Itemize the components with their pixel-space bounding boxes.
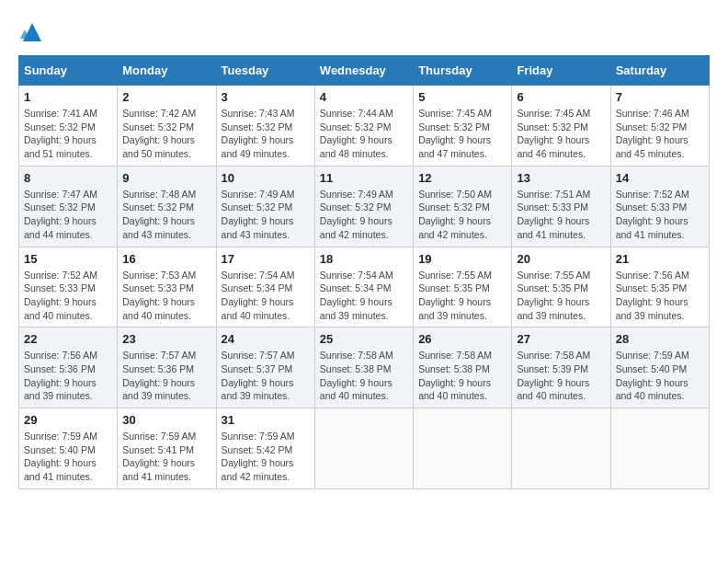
- calendar-cell: 1 Sunrise: 7:41 AM Sunset: 5:32 PM Dayli…: [19, 86, 118, 167]
- day-number: 7: [616, 90, 704, 104]
- day-number: 21: [616, 252, 704, 266]
- calendar-cell: 20 Sunrise: 7:55 AM Sunset: 5:35 PM Dayl…: [512, 247, 610, 327]
- day-number: 22: [24, 332, 112, 346]
- calendar-cell: 16 Sunrise: 7:53 AM Sunset: 5:33 PM Dayl…: [118, 247, 216, 327]
- day-info: Sunrise: 7:55 AM Sunset: 5:35 PM Dayligh…: [418, 269, 506, 323]
- day-info: Sunrise: 7:52 AM Sunset: 5:33 PM Dayligh…: [24, 269, 112, 323]
- day-number: 17: [222, 252, 310, 266]
- day-number: 10: [222, 171, 310, 185]
- day-number: 29: [24, 413, 112, 427]
- day-info: Sunrise: 7:58 AM Sunset: 5:38 PM Dayligh…: [418, 349, 506, 403]
- week-row-1: 1 Sunrise: 7:41 AM Sunset: 5:32 PM Dayli…: [19, 86, 710, 167]
- week-row-3: 15 Sunrise: 7:52 AM Sunset: 5:33 PM Dayl…: [19, 247, 710, 327]
- week-row-5: 29 Sunrise: 7:59 AM Sunset: 5:40 PM Dayl…: [19, 408, 710, 489]
- day-number: 27: [517, 332, 605, 346]
- weekday-saturday: Saturday: [610, 56, 709, 86]
- calendar-cell: [414, 408, 512, 489]
- day-info: Sunrise: 7:54 AM Sunset: 5:34 PM Dayligh…: [320, 269, 408, 323]
- day-number: 20: [517, 252, 605, 266]
- day-number: 4: [320, 90, 408, 104]
- day-info: Sunrise: 7:59 AM Sunset: 5:42 PM Dayligh…: [222, 430, 310, 484]
- day-info: Sunrise: 7:45 AM Sunset: 5:32 PM Dayligh…: [418, 107, 506, 161]
- day-number: 28: [616, 332, 704, 346]
- calendar-cell: 4 Sunrise: 7:44 AM Sunset: 5:32 PM Dayli…: [314, 86, 413, 167]
- calendar-cell: 9 Sunrise: 7:48 AM Sunset: 5:32 PM Dayli…: [118, 166, 216, 247]
- day-number: 8: [24, 171, 112, 185]
- calendar-cell: 11 Sunrise: 7:49 AM Sunset: 5:32 PM Dayl…: [314, 166, 413, 247]
- logo: [18, 18, 50, 46]
- calendar-cell: 22 Sunrise: 7:56 AM Sunset: 5:36 PM Dayl…: [19, 327, 118, 408]
- calendar-cell: 24 Sunrise: 7:57 AM Sunset: 5:37 PM Dayl…: [216, 327, 314, 408]
- calendar-cell: 30 Sunrise: 7:59 AM Sunset: 5:41 PM Dayl…: [118, 408, 216, 489]
- calendar-cell: 14 Sunrise: 7:52 AM Sunset: 5:33 PM Dayl…: [610, 166, 709, 247]
- day-info: Sunrise: 7:42 AM Sunset: 5:32 PM Dayligh…: [122, 107, 210, 161]
- day-info: Sunrise: 7:52 AM Sunset: 5:33 PM Dayligh…: [616, 188, 704, 242]
- day-number: 16: [122, 252, 210, 266]
- day-info: Sunrise: 7:45 AM Sunset: 5:32 PM Dayligh…: [517, 107, 605, 161]
- weekday-sunday: Sunday: [19, 56, 118, 86]
- day-info: Sunrise: 7:56 AM Sunset: 5:36 PM Dayligh…: [24, 349, 112, 403]
- day-number: 24: [222, 332, 310, 346]
- calendar-cell: 25 Sunrise: 7:58 AM Sunset: 5:38 PM Dayl…: [314, 327, 413, 408]
- weekday-tuesday: Tuesday: [216, 56, 314, 86]
- day-number: 23: [122, 332, 210, 346]
- day-number: 15: [24, 252, 112, 266]
- calendar-cell: 15 Sunrise: 7:52 AM Sunset: 5:33 PM Dayl…: [19, 247, 118, 327]
- weekday-monday: Monday: [118, 56, 216, 86]
- day-number: 9: [122, 171, 210, 185]
- day-info: Sunrise: 7:58 AM Sunset: 5:38 PM Dayligh…: [320, 349, 408, 403]
- day-info: Sunrise: 7:53 AM Sunset: 5:33 PM Dayligh…: [122, 269, 210, 323]
- day-info: Sunrise: 7:43 AM Sunset: 5:32 PM Dayligh…: [222, 107, 310, 161]
- week-row-2: 8 Sunrise: 7:47 AM Sunset: 5:32 PM Dayli…: [19, 166, 710, 247]
- day-info: Sunrise: 7:49 AM Sunset: 5:32 PM Dayligh…: [320, 188, 408, 242]
- day-info: Sunrise: 7:51 AM Sunset: 5:33 PM Dayligh…: [517, 188, 605, 242]
- day-info: Sunrise: 7:48 AM Sunset: 5:32 PM Dayligh…: [122, 188, 210, 242]
- day-info: Sunrise: 7:57 AM Sunset: 5:37 PM Dayligh…: [222, 349, 310, 403]
- day-number: 3: [222, 90, 310, 104]
- day-info: Sunrise: 7:49 AM Sunset: 5:32 PM Dayligh…: [222, 188, 310, 242]
- calendar-cell: 5 Sunrise: 7:45 AM Sunset: 5:32 PM Dayli…: [414, 86, 512, 167]
- day-info: Sunrise: 7:47 AM Sunset: 5:32 PM Dayligh…: [24, 188, 112, 242]
- day-info: Sunrise: 7:41 AM Sunset: 5:32 PM Dayligh…: [24, 107, 112, 161]
- calendar-cell: 12 Sunrise: 7:50 AM Sunset: 5:32 PM Dayl…: [414, 166, 512, 247]
- calendar-body: 1 Sunrise: 7:41 AM Sunset: 5:32 PM Dayli…: [19, 86, 710, 489]
- weekday-thursday: Thursday: [414, 56, 512, 86]
- day-number: 13: [517, 171, 605, 185]
- calendar-cell: 3 Sunrise: 7:43 AM Sunset: 5:32 PM Dayli…: [216, 86, 314, 167]
- day-number: 25: [320, 332, 408, 346]
- calendar-table: SundayMondayTuesdayWednesdayThursdayFrid…: [18, 55, 710, 489]
- calendar-cell: 19 Sunrise: 7:55 AM Sunset: 5:35 PM Dayl…: [414, 247, 512, 327]
- calendar-cell: [314, 408, 413, 489]
- day-info: Sunrise: 7:55 AM Sunset: 5:35 PM Dayligh…: [517, 269, 605, 323]
- calendar-cell: 17 Sunrise: 7:54 AM Sunset: 5:34 PM Dayl…: [216, 247, 314, 327]
- day-info: Sunrise: 7:56 AM Sunset: 5:35 PM Dayligh…: [616, 269, 704, 323]
- day-info: Sunrise: 7:57 AM Sunset: 5:36 PM Dayligh…: [122, 349, 210, 403]
- calendar-cell: 7 Sunrise: 7:46 AM Sunset: 5:32 PM Dayli…: [610, 86, 709, 167]
- calendar-cell: 23 Sunrise: 7:57 AM Sunset: 5:36 PM Dayl…: [118, 327, 216, 408]
- calendar-cell: 27 Sunrise: 7:58 AM Sunset: 5:39 PM Dayl…: [512, 327, 610, 408]
- day-number: 31: [222, 413, 310, 427]
- calendar-cell: 21 Sunrise: 7:56 AM Sunset: 5:35 PM Dayl…: [610, 247, 709, 327]
- calendar-cell: 6 Sunrise: 7:45 AM Sunset: 5:32 PM Dayli…: [512, 86, 610, 167]
- day-info: Sunrise: 7:54 AM Sunset: 5:34 PM Dayligh…: [222, 269, 310, 323]
- day-info: Sunrise: 7:44 AM Sunset: 5:32 PM Dayligh…: [320, 107, 408, 161]
- week-row-4: 22 Sunrise: 7:56 AM Sunset: 5:36 PM Dayl…: [19, 327, 710, 408]
- day-number: 6: [517, 90, 605, 104]
- calendar-cell: [610, 408, 709, 489]
- calendar-cell: 8 Sunrise: 7:47 AM Sunset: 5:32 PM Dayli…: [19, 166, 118, 247]
- day-info: Sunrise: 7:59 AM Sunset: 5:40 PM Dayligh…: [24, 430, 112, 484]
- day-info: Sunrise: 7:58 AM Sunset: 5:39 PM Dayligh…: [517, 349, 605, 403]
- calendar-cell: 10 Sunrise: 7:49 AM Sunset: 5:32 PM Dayl…: [216, 166, 314, 247]
- logo-icon: [18, 18, 46, 46]
- day-number: 11: [320, 171, 408, 185]
- day-number: 30: [122, 413, 210, 427]
- calendar-cell: 18 Sunrise: 7:54 AM Sunset: 5:34 PM Dayl…: [314, 247, 413, 327]
- day-info: Sunrise: 7:59 AM Sunset: 5:41 PM Dayligh…: [122, 430, 210, 484]
- day-number: 12: [418, 171, 506, 185]
- calendar-cell: 28 Sunrise: 7:59 AM Sunset: 5:40 PM Dayl…: [610, 327, 709, 408]
- calendar-cell: 31 Sunrise: 7:59 AM Sunset: 5:42 PM Dayl…: [216, 408, 314, 489]
- day-info: Sunrise: 7:59 AM Sunset: 5:40 PM Dayligh…: [616, 349, 704, 403]
- weekday-friday: Friday: [512, 56, 610, 86]
- weekday-wednesday: Wednesday: [314, 56, 413, 86]
- day-number: 1: [24, 90, 112, 104]
